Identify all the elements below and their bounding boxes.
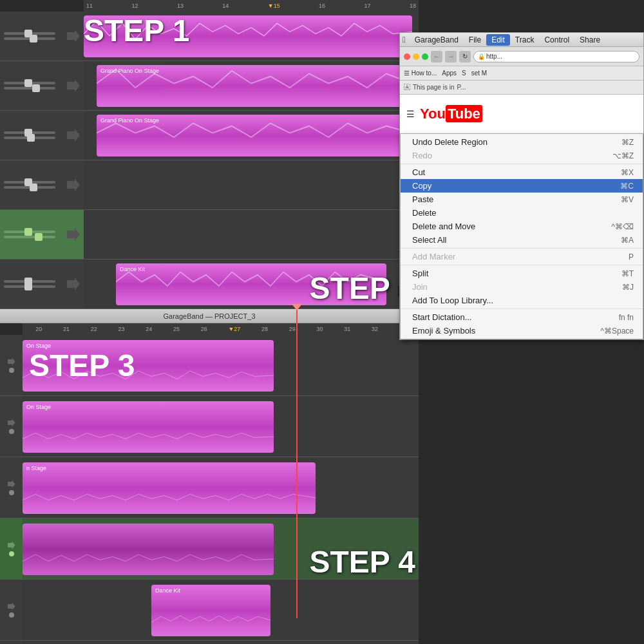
ruler-num: 11	[86, 3, 93, 9]
menu-track[interactable]: Track	[510, 34, 540, 46]
title-bar: GarageBand — PROJECT_3	[0, 309, 419, 323]
track-region[interactable]: Grand Piano On Stage	[97, 115, 412, 156]
playhead	[296, 309, 298, 618]
bottom-half: GarageBand — PROJECT_3 STEP 3 20 21 22 2…	[0, 309, 644, 644]
bookmark-howto[interactable]: ☰ How to...	[404, 70, 437, 77]
track-region[interactable]: Grand Piano On Stage	[97, 65, 412, 107]
track-row-bottom: Dance Kit	[23, 580, 419, 641]
track-row-bottom: On Stage	[23, 396, 419, 457]
track-region-dance-kit-bottom[interactable]: Dance Kit	[151, 585, 270, 636]
top-half: STEP 1 11 12 13 14 ▼15 16 17 18	[0, 0, 644, 309]
region-label: Dance Kit	[153, 586, 183, 595]
back-btn[interactable]: ←	[431, 51, 442, 62]
youtube-area-top: ☰ YouTube	[400, 95, 643, 133]
ruler-num: 14	[222, 3, 229, 9]
redo-menu-item: Redo ⌥⌘Z	[401, 149, 643, 162]
edit-dropdown-top: Undo Delete Region ⌘Z Redo ⌥⌘Z Cut ⌘X Co…	[400, 133, 643, 339]
track-region-bottom[interactable]: On Stage	[23, 401, 274, 453]
fader-thumb[interactable]	[24, 283, 32, 290]
browser-bar-top: ← → ↻ 🔒 http...	[400, 47, 643, 66]
daw-bottom: GarageBand — PROJECT_3 STEP 3 20 21 22 2…	[0, 309, 419, 644]
mini-expand-btn[interactable]	[8, 419, 15, 427]
fader-thumb[interactable]	[24, 79, 32, 87]
menu-edit[interactable]: Edit	[486, 34, 510, 46]
daw-top: STEP 1 11 12 13 14 ▼15 16 17 18	[0, 0, 419, 309]
fader-thumb[interactable]	[32, 84, 40, 92]
track-expand-btn[interactable]	[67, 79, 80, 92]
menu-garageband[interactable]: GarageBand	[410, 34, 464, 46]
menu-share[interactable]: Share	[574, 34, 605, 46]
step4-label: STEP 4	[309, 545, 415, 579]
maximize-window-btn[interactable]	[422, 53, 428, 60]
region-label: On Stage	[24, 402, 53, 412]
track-expand-btn[interactable]	[67, 129, 80, 142]
minimize-window-btn[interactable]	[413, 53, 419, 60]
step4-container: STEP 4	[309, 544, 415, 580]
track-ctrl-3	[0, 111, 84, 160]
add-marker-menu-item: Add Marker P	[401, 250, 643, 263]
refresh-btn[interactable]: ↻	[459, 51, 471, 62]
ruler-num: 16	[319, 3, 325, 9]
ruler-num: 13	[177, 3, 184, 9]
paste-menu-item[interactable]: Paste ⌘V	[401, 193, 643, 206]
playhead-triangle	[292, 304, 302, 310]
fader-thumb[interactable]	[30, 184, 37, 191]
track-expand-btn[interactable]	[67, 30, 80, 43]
emoji-menu-item[interactable]: Emoji & Symbols ^⌘Space	[401, 324, 643, 337]
track-row	[84, 160, 419, 210]
translate-icon: 🇦	[404, 84, 410, 91]
fader-thumb[interactable]	[35, 233, 43, 241]
mini-ctrl-5	[0, 580, 23, 641]
track-expand-btn[interactable]	[67, 228, 80, 241]
undo-menu-item[interactable]: Undo Delete Region ⌘Z	[401, 135, 643, 149]
track-expand-btn[interactable]	[67, 178, 80, 191]
translate-lang-btn[interactable]: P...	[457, 84, 466, 91]
ruler-top: 11 12 13 14 ▼15 16 17 18	[84, 0, 419, 12]
mini-ctrl-1	[0, 335, 23, 396]
close-window-btn[interactable]	[404, 53, 410, 60]
ruler-num: 12	[131, 3, 138, 9]
copy-menu-item[interactable]: Copy ⌘C	[401, 179, 643, 193]
split-menu-item[interactable]: Split ⌘T	[401, 267, 643, 280]
track-region-bottom[interactable]	[23, 524, 274, 575]
window-title: GarageBand — PROJECT_3	[163, 312, 255, 320]
cut-menu-item[interactable]: Cut ⌘X	[401, 166, 643, 179]
yt-menu-icon[interactable]: ☰	[406, 109, 415, 119]
url-text: http...	[486, 53, 502, 60]
track-expand-btn[interactable]	[67, 278, 80, 290]
mini-expand-btn[interactable]	[8, 358, 15, 366]
bookmarks-bar-top: ☰ How to... Apps S set M	[400, 66, 643, 80]
mini-dot	[9, 429, 14, 434]
fader-thumb[interactable]	[30, 35, 37, 43]
mini-expand-btn[interactable]	[8, 603, 15, 611]
mini-expand-btn[interactable]	[8, 480, 15, 488]
track-row: Grand Piano On Stage	[84, 61, 419, 111]
select-all-menu-item[interactable]: Select All ⌘A	[401, 233, 643, 247]
dictation-menu-item[interactable]: Start Dictation... fn fn	[401, 310, 643, 324]
loop-library-menu-item[interactable]: Add To Loop Library...	[401, 294, 643, 307]
url-bar[interactable]: 🔒 http...	[473, 51, 639, 62]
join-menu-item: Join ⌘J	[401, 280, 643, 294]
fader-thumb[interactable]	[24, 228, 32, 236]
track-ctrl-5	[0, 210, 84, 260]
yt-logo: YouTube	[420, 106, 482, 122]
menu-control[interactable]: Control	[539, 34, 574, 46]
mini-dot	[9, 490, 14, 495]
step1-label: STEP 1	[84, 13, 190, 48]
track-ctrl-4	[0, 160, 84, 210]
delete-menu-item[interactable]: Delete	[401, 206, 643, 220]
track-controls-top	[0, 12, 84, 309]
bookmark-apps[interactable]: Apps	[442, 70, 457, 77]
mini-expand-btn[interactable]	[8, 542, 15, 549]
menu-file[interactable]: File	[464, 34, 486, 46]
ruler-num: ▼15	[268, 3, 280, 9]
delete-move-menu-item[interactable]: Delete and Move ^⌘⌫	[401, 220, 643, 233]
bookmark-s[interactable]: S	[462, 70, 466, 77]
translate-text: This page is in	[413, 84, 454, 91]
bookmark-setm[interactable]: set M	[471, 70, 487, 77]
menu-bar-top:  GarageBand File Edit Track Control Sha…	[400, 33, 643, 47]
forward-btn[interactable]: →	[445, 51, 457, 62]
track-region-bottom[interactable]: n Stage	[23, 462, 316, 514]
fader-thumb[interactable]	[27, 134, 35, 142]
track-ctrl-2	[0, 61, 84, 111]
